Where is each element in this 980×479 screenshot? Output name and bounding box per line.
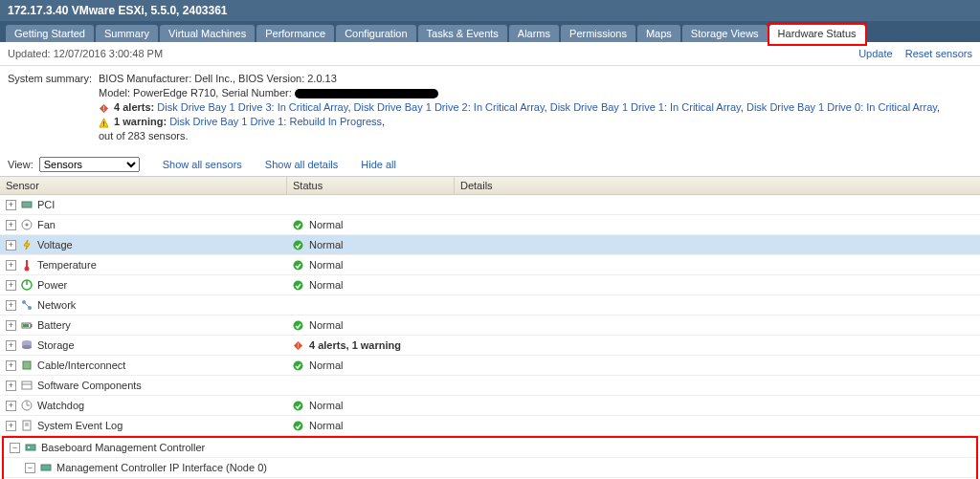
alert-link-1[interactable]: Disk Drive Bay 1 Drive 2: In Critical Ar… xyxy=(354,101,545,113)
svg-rect-30 xyxy=(22,381,32,389)
expand-icon[interactable] xyxy=(6,240,16,250)
ok-icon xyxy=(293,260,303,271)
tab-virtual-machines[interactable]: Virtual Machines xyxy=(160,25,255,42)
row-label: Baseboard Management Controller xyxy=(41,442,205,453)
ok-icon xyxy=(293,360,303,371)
svg-point-15 xyxy=(294,280,303,290)
model-line: Model: PowerEdge R710, Serial Number: xyxy=(99,86,972,100)
expand-icon[interactable] xyxy=(6,340,16,351)
ok-icon xyxy=(293,220,303,230)
status-text: Normal xyxy=(309,420,343,431)
warn-count: 1 warning: xyxy=(114,116,167,127)
row-storage[interactable]: Storage ! 4 alerts, 1 warning xyxy=(0,336,980,356)
svg-point-22 xyxy=(294,320,303,330)
row-battery[interactable]: Battery Normal xyxy=(0,316,980,336)
row-label: Software Components xyxy=(37,380,142,391)
row-sel[interactable]: System Event Log Normal xyxy=(0,416,980,436)
show-all-sensors-link[interactable]: Show all sensors xyxy=(163,159,242,170)
svg-point-25 xyxy=(22,345,32,349)
warn-link-0[interactable]: Disk Drive Bay 1 Drive 1: Rebuild In Pro… xyxy=(169,116,382,127)
tab-configuration[interactable]: Configuration xyxy=(336,25,415,42)
row-label: Network xyxy=(37,299,76,311)
row-label: PCI xyxy=(37,199,55,210)
pci-icon xyxy=(20,198,33,211)
svg-point-35 xyxy=(294,401,303,410)
tab-hardware-status[interactable]: Hardware Status xyxy=(769,25,865,42)
tab-summary[interactable]: Summary xyxy=(96,25,158,42)
window-title: 172.17.3.40 VMware ESXi, 5.5.0, 2403361 xyxy=(0,0,980,21)
tab-hardware-status-label: Hardware Status xyxy=(778,28,857,39)
show-all-details-link[interactable]: Show all details xyxy=(265,159,338,170)
network-icon xyxy=(20,298,33,312)
row-cable[interactable]: Cable/Interconnect Normal xyxy=(0,356,980,376)
col-status-header[interactable]: Status xyxy=(287,177,455,194)
warnings-line: ! 1 warning: Disk Drive Bay 1 Drive 1: R… xyxy=(99,115,972,129)
row-bmc[interactable]: Baseboard Management Controller xyxy=(4,438,976,458)
row-power[interactable]: Power Normal xyxy=(0,275,980,295)
row-label: Battery xyxy=(37,319,71,331)
row-watchdog[interactable]: Watchdog Normal xyxy=(0,396,980,416)
alert-link-0[interactable]: Disk Drive Bay 1 Drive 3: In Critical Ar… xyxy=(157,101,347,113)
row-fan[interactable]: Fan Normal xyxy=(0,215,980,235)
status-text: Normal xyxy=(309,259,343,271)
expand-icon[interactable] xyxy=(6,401,16,411)
log-icon xyxy=(20,419,33,432)
row-temperature[interactable]: Temperature Normal xyxy=(0,255,980,275)
status-text: Normal xyxy=(309,219,343,230)
alert-link-2[interactable]: Disk Drive Bay 1 Drive 1: In Critical Ar… xyxy=(550,101,741,113)
expand-icon[interactable] xyxy=(6,381,16,391)
tab-tasks-events[interactable]: Tasks & Events xyxy=(418,25,507,42)
row-pci[interactable]: PCI xyxy=(0,195,980,215)
expand-icon[interactable] xyxy=(6,220,16,230)
row-label: Temperature xyxy=(37,259,97,271)
status-text: Normal xyxy=(309,359,343,371)
row-software[interactable]: Software Components xyxy=(0,376,980,396)
col-details-header[interactable]: Details xyxy=(455,177,980,194)
row-bmc-ipif[interactable]: Management Controller IP Interface (Node… xyxy=(4,458,976,478)
row-network[interactable]: Network xyxy=(0,295,980,316)
expand-icon[interactable] xyxy=(6,300,16,311)
tab-alarms[interactable]: Alarms xyxy=(509,25,559,42)
status-text: Normal xyxy=(309,400,343,411)
tab-performance[interactable]: Performance xyxy=(256,25,334,42)
tab-getting-started[interactable]: Getting Started xyxy=(6,25,94,42)
status-text: Normal xyxy=(309,319,343,331)
ok-icon xyxy=(293,421,303,431)
svg-rect-4 xyxy=(22,202,32,207)
model-prefix: Model: PowerEdge R710, Serial Number: xyxy=(99,87,292,98)
watchdog-icon xyxy=(20,399,33,412)
voltage-icon xyxy=(20,238,33,251)
svg-rect-40 xyxy=(26,445,35,450)
out-of-line: out of 283 sensors. xyxy=(99,129,972,143)
reset-sensors-link[interactable]: Reset sensors xyxy=(905,48,972,59)
collapse-icon[interactable] xyxy=(25,463,35,473)
expand-icon[interactable] xyxy=(6,421,16,431)
collapse-icon[interactable] xyxy=(10,443,20,453)
tab-maps[interactable]: Maps xyxy=(637,25,680,42)
ok-icon xyxy=(293,280,303,291)
alert-link-3[interactable]: Disk Drive Bay 1 Drive 0: In Critical Ar… xyxy=(746,101,937,113)
view-select[interactable]: Sensors xyxy=(39,157,140,172)
tab-storage-views[interactable]: Storage Views xyxy=(682,25,768,42)
tab-bar: Getting Started Summary Virtual Machines… xyxy=(0,21,980,42)
warning-icon: ! xyxy=(99,118,109,128)
row-voltage[interactable]: Voltage Normal xyxy=(0,235,980,255)
grid-header: Sensor Status Details xyxy=(0,176,980,195)
redacted-serial xyxy=(295,89,438,98)
svg-text:!: ! xyxy=(102,120,104,128)
update-link[interactable]: Update xyxy=(858,48,892,59)
expand-icon[interactable] xyxy=(6,200,16,210)
ok-icon xyxy=(293,240,303,250)
hide-all-link[interactable]: Hide all xyxy=(361,159,396,170)
tab-permissions[interactable]: Permissions xyxy=(561,25,635,42)
expand-icon[interactable] xyxy=(6,360,16,371)
svg-rect-21 xyxy=(23,324,29,327)
ok-icon xyxy=(293,320,303,331)
expand-icon[interactable] xyxy=(6,280,16,291)
expand-icon[interactable] xyxy=(6,320,16,331)
system-summary-label: System summary: xyxy=(8,72,99,143)
expand-icon[interactable] xyxy=(6,260,16,271)
svg-point-6 xyxy=(26,224,29,227)
col-sensor-header[interactable]: Sensor xyxy=(0,177,287,194)
row-label: Storage xyxy=(37,339,75,351)
